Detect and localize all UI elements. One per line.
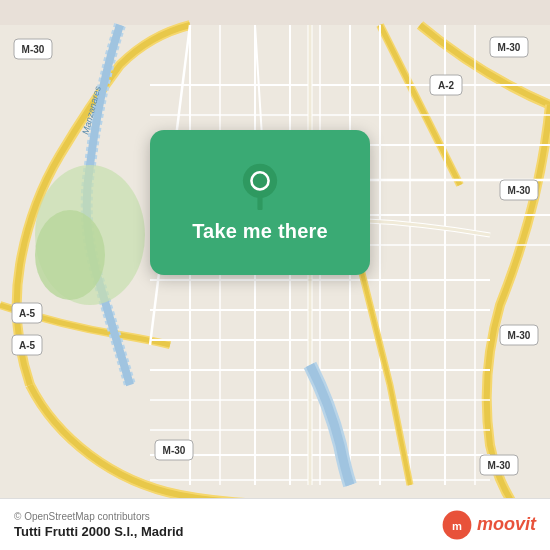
take-me-there-button[interactable]: Take me there [192, 220, 328, 243]
bottom-bar: © OpenStreetMap contributors Tutti Frutt… [0, 498, 550, 550]
svg-text:M-30: M-30 [498, 42, 521, 53]
svg-text:M-30: M-30 [163, 445, 186, 456]
location-card: Take me there [150, 130, 370, 275]
svg-text:A-5: A-5 [19, 340, 36, 351]
moovit-logo-icon: m [441, 509, 473, 541]
svg-text:M-30: M-30 [488, 460, 511, 471]
svg-text:A-2: A-2 [438, 80, 455, 91]
svg-text:M-30: M-30 [508, 185, 531, 196]
moovit-label: moovit [477, 514, 536, 535]
svg-point-3 [35, 210, 105, 300]
svg-text:M-30: M-30 [22, 44, 45, 55]
map-container: M-30 M-30 M-30 M-30 A-2 A-5 A-5 M-30 Man… [0, 0, 550, 550]
moovit-logo: m moovit [441, 509, 536, 541]
copyright-text: © OpenStreetMap contributors [14, 511, 184, 522]
location-name: Tutti Frutti 2000 S.l., Madrid [14, 524, 184, 539]
svg-text:m: m [452, 519, 462, 531]
svg-point-49 [243, 164, 277, 198]
pin-icon [236, 162, 284, 210]
svg-text:A-5: A-5 [19, 308, 36, 319]
bottom-left-info: © OpenStreetMap contributors Tutti Frutt… [14, 511, 184, 539]
svg-text:M-30: M-30 [508, 330, 531, 341]
map-background: M-30 M-30 M-30 M-30 A-2 A-5 A-5 M-30 Man… [0, 0, 550, 550]
